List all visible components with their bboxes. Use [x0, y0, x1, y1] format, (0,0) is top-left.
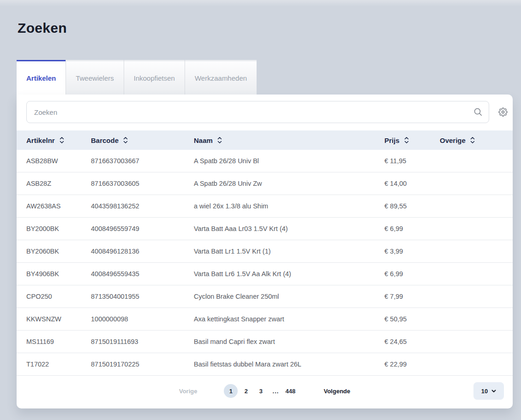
tab-tweewielers[interactable]: Tweewielers	[66, 60, 124, 95]
cell-naam: a wiel 26x 1.3/8 alu Shim	[194, 202, 384, 210]
cell-naam: Cyclon Brake Cleaner 250ml	[194, 293, 384, 300]
search-input[interactable]	[26, 101, 489, 123]
cell-artikelnr: BY4906BK	[26, 270, 91, 278]
column-header-prijs[interactable]: Prijs	[384, 136, 440, 144]
cell-prijs: € 7,99	[384, 293, 440, 300]
cell-prijs: € 22,99	[384, 361, 440, 368]
search-settings-button[interactable]	[497, 106, 509, 118]
tab-werkzaamheden[interactable]: Werkzaamheden	[185, 60, 257, 95]
column-header-artikelnr[interactable]: Artikelnr	[26, 136, 91, 144]
pagination-controls: Vorige 123...448 Volgende	[179, 384, 350, 398]
pagination: Vorige 123...448 Volgende 10	[17, 376, 513, 406]
column-label-barcode: Barcode	[91, 136, 119, 144]
cell-naam: A Spatb 26/28 Univ Bl	[194, 157, 384, 165]
table-row[interactable]: KKWSNZW1000000098Axa kettingkast Snapper…	[17, 308, 513, 331]
cell-artikelnr: AW2638AS	[26, 202, 91, 210]
cell-naam: Basil mand Capri flex zwart	[194, 338, 384, 345]
table-header: ArtikelnrBarcodeNaamPrijsOverige	[17, 130, 513, 150]
cell-artikelnr: KKWSNZW	[26, 315, 91, 323]
cell-barcode: 4008496128136	[91, 248, 194, 255]
cell-prijs: € 6,99	[384, 270, 440, 278]
column-label-overige: Overige	[440, 136, 466, 144]
cell-naam: Varta Batt Lr1 1.5V Krt (1)	[194, 248, 384, 255]
cell-prijs: € 24,65	[384, 338, 440, 345]
cell-naam: Varta Batt Lr6 1.5V Aa Alk Krt (4)	[194, 270, 384, 278]
cell-prijs: € 6,99	[384, 225, 440, 232]
cell-naam: Basil fietstas dubbel Mara zwart 26L	[194, 361, 384, 368]
results-panel: ArtikelnrBarcodeNaamPrijsOverige ASB28BW…	[17, 95, 513, 408]
table-row[interactable]: AW2638AS4043598136252a wiel 26x 1.3/8 al…	[17, 195, 513, 218]
search-page: Zoeken ArtikelenTweewielersInkoopfietsen…	[0, 0, 521, 420]
cell-barcode: 1000000098	[91, 315, 194, 323]
cell-barcode: 8716637003605	[91, 180, 194, 187]
tab-inkoopfietsen[interactable]: Inkoopfietsen	[124, 60, 185, 95]
table-row[interactable]: BY2000BK4008496559749Varta Batt Aaa Lr03…	[17, 218, 513, 240]
column-header-naam[interactable]: Naam	[194, 136, 384, 144]
search-input-wrapper	[26, 101, 489, 123]
pagination-pages: 123...448	[224, 384, 297, 398]
page-size-value: 10	[481, 388, 488, 395]
chevron-down-icon	[491, 390, 496, 393]
cell-prijs: € 14,00	[384, 180, 440, 187]
tab-artikelen[interactable]: Artikelen	[17, 60, 66, 95]
cell-barcode: 4043598136252	[91, 202, 194, 210]
cell-naam: Axa kettingkast Snapper zwart	[194, 315, 384, 323]
search-row	[17, 95, 513, 123]
cell-prijs: € 50,95	[384, 315, 440, 323]
table-body: ASB28BW8716637003667A Spatb 26/28 Univ B…	[17, 150, 513, 376]
cell-artikelnr: CPO250	[26, 293, 91, 300]
cell-artikelnr: MS11169	[26, 338, 91, 345]
table-row[interactable]: CPO2508713504001955Cyclon Brake Cleaner …	[17, 285, 513, 308]
sort-icon[interactable]	[470, 136, 475, 144]
cell-artikelnr: BY2060BK	[26, 248, 91, 255]
cell-prijs: € 11,95	[384, 157, 440, 165]
cell-barcode: 8715019170225	[91, 361, 194, 368]
pagination-ellipsis: ...	[269, 384, 282, 398]
column-header-barcode[interactable]: Barcode	[91, 136, 194, 144]
tab-bar: ArtikelenTweewielersInkoopfietsenWerkzaa…	[17, 60, 257, 95]
table-row[interactable]: ASB28BW8716637003667A Spatb 26/28 Univ B…	[17, 150, 513, 172]
cell-artikelnr: T17022	[26, 361, 91, 368]
cell-prijs: € 89,55	[384, 202, 440, 210]
column-label-prijs: Prijs	[384, 136, 400, 144]
pagination-page-1[interactable]: 1	[224, 384, 238, 398]
page-size-select[interactable]: 10	[473, 382, 504, 400]
cell-barcode: 8713504001955	[91, 293, 194, 300]
pagination-next[interactable]: Volgende	[323, 388, 350, 395]
cell-barcode: 8715019111693	[91, 338, 194, 345]
sort-icon[interactable]	[217, 136, 222, 144]
cell-barcode: 4008496559435	[91, 270, 194, 278]
cell-artikelnr: ASB28BW	[26, 157, 91, 165]
cell-artikelnr: ASB28Z	[26, 180, 91, 187]
column-label-artikelnr: Artikelnr	[26, 136, 55, 144]
cell-naam: A Spatb 26/28 Univ Zw	[194, 180, 384, 187]
table-row[interactable]: BY4906BK4008496559435Varta Batt Lr6 1.5V…	[17, 263, 513, 285]
pagination-page-3[interactable]: 3	[254, 384, 267, 398]
page-title: Zoeken	[18, 20, 67, 36]
gear-icon	[498, 107, 508, 117]
pagination-page-448[interactable]: 448	[284, 384, 297, 398]
cell-prijs: € 3,99	[384, 248, 440, 255]
cell-artikelnr: BY2000BK	[26, 225, 91, 232]
table-row[interactable]: T170228715019170225Basil fietstas dubbel…	[17, 353, 513, 376]
column-label-naam: Naam	[194, 136, 213, 144]
sort-icon[interactable]	[60, 136, 64, 144]
table-row[interactable]: ASB28Z8716637003605A Spatb 26/28 Univ Zw…	[17, 172, 513, 195]
sort-icon[interactable]	[404, 136, 409, 144]
column-header-overige[interactable]: Overige	[440, 136, 513, 144]
sort-icon[interactable]	[123, 136, 128, 144]
search-icon	[474, 108, 482, 116]
pagination-previous[interactable]: Vorige	[179, 388, 198, 395]
table-row[interactable]: MS111698715019111693Basil mand Capri fle…	[17, 331, 513, 353]
cell-naam: Varta Batt Aaa Lr03 1.5V Krt (4)	[194, 225, 384, 232]
pagination-page-2[interactable]: 2	[240, 384, 252, 398]
table-row[interactable]: BY2060BK4008496128136Varta Batt Lr1 1.5V…	[17, 240, 513, 263]
cell-barcode: 8716637003667	[91, 157, 194, 165]
cell-barcode: 4008496559749	[91, 225, 194, 232]
